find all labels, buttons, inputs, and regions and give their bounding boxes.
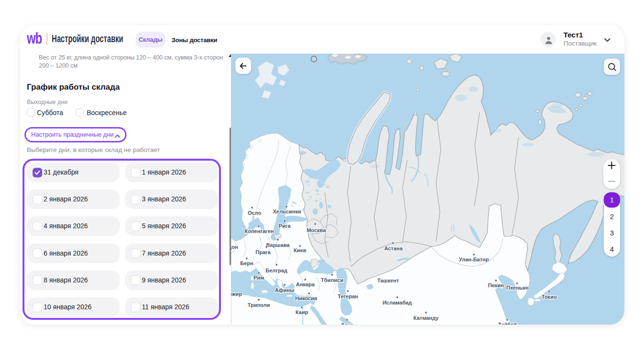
svg-text:Москва: Москва — [307, 227, 326, 233]
svg-text:Рига: Рига — [279, 223, 291, 229]
svg-text:Доха: Доха — [341, 322, 354, 325]
svg-text:Никосия: Никосия — [295, 295, 317, 301]
svg-text:Каир: Каир — [296, 309, 309, 315]
svg-text:Токио: Токио — [541, 294, 557, 300]
svg-text:Прага: Прага — [255, 249, 271, 255]
svg-text:Триполи: Триполи — [248, 302, 270, 308]
svg-text:Пекин: Пекин — [488, 282, 504, 288]
svg-text:Тегеран: Тегеран — [338, 293, 358, 299]
svg-text:Осло: Осло — [248, 210, 262, 216]
svg-text:Берн: Берн — [240, 260, 253, 266]
svg-text:Афины: Афины — [275, 287, 294, 293]
svg-text:Тбилиси: Тбилиси — [321, 277, 344, 283]
svg-text:Киев: Киев — [294, 247, 307, 253]
svg-text:Катманду: Катманду — [414, 315, 439, 321]
svg-text:Лондон: Лондон — [231, 244, 238, 250]
svg-text:Рим: Рим — [253, 275, 264, 281]
svg-text:Алжир: Алжир — [231, 291, 242, 297]
svg-text:Белград: Белград — [265, 268, 287, 273]
svg-text:Улан-Батор: Улан-Батор — [459, 257, 489, 262]
svg-text:Хельсинки: Хельсинки — [273, 209, 301, 214]
svg-text:Анкара: Анкара — [296, 281, 315, 287]
svg-text:Ташкент: Ташкент — [377, 278, 399, 283]
svg-text:Копенгаген: Копенгаген — [245, 228, 274, 234]
svg-text:Астана: Астана — [384, 246, 403, 251]
svg-text:Пхеньян: Пхеньян — [506, 285, 529, 291]
svg-text:Тайбэй: Тайбэй — [498, 322, 517, 325]
svg-text:Варшава: Варшава — [266, 242, 290, 248]
svg-text:Исламабад: Исламабад — [382, 300, 412, 305]
